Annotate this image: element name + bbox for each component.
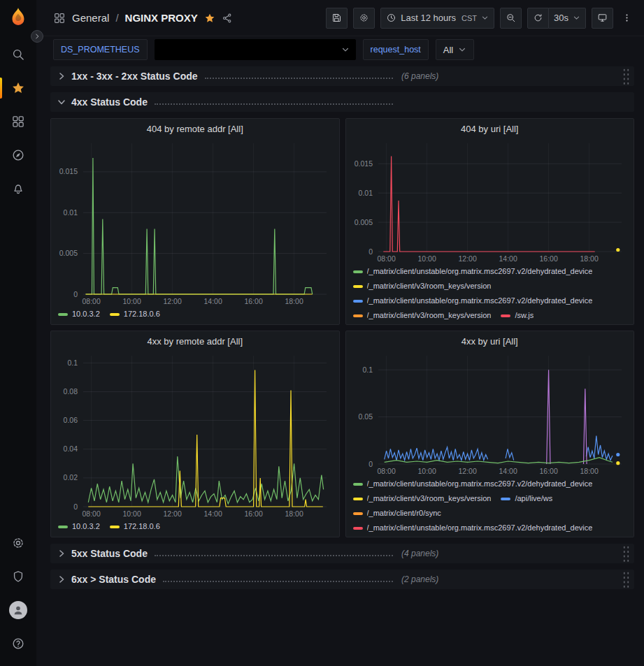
sidebar-item-starred[interactable] xyxy=(0,71,36,105)
legend-item[interactable]: /sw.js xyxy=(501,308,534,323)
row-title: 1xx - 3xx - 2xx Status Code xyxy=(71,71,198,82)
legend-swatch xyxy=(353,498,363,500)
save-icon xyxy=(331,13,342,23)
panel-grid: 404 by remote addr [All] 00.0050.010.015… xyxy=(50,118,634,537)
sidebar-item-search[interactable] xyxy=(0,38,36,71)
tv-mode-button[interactable] xyxy=(592,8,613,29)
dashboard-row-4xx[interactable]: 4xx Status Code xyxy=(50,92,634,112)
legend-swatch xyxy=(58,526,68,528)
panel-title[interactable]: 4xx by uri [All] xyxy=(346,331,634,351)
panel-4xx-by-uri: 4xx by uri [All] 00.050.108:0010:0012:00… xyxy=(345,331,635,537)
y-tick-label: 0.005 xyxy=(59,249,78,257)
sidebar-item-alerting[interactable] xyxy=(0,172,36,205)
y-tick-label: 0.01 xyxy=(64,208,78,217)
legend-item[interactable]: /_matrix/client/v3/room_keys/version xyxy=(353,308,492,323)
sidebar-item-dashboards[interactable] xyxy=(0,105,36,138)
time-range-picker[interactable]: Last 12 hours CST xyxy=(380,8,494,29)
refresh-button[interactable] xyxy=(527,8,549,29)
row-lead: 1xx - 3xx - 2xx Status Code xyxy=(71,71,400,82)
panel-404-by-remote-addr: 404 by remote addr [All] 00.0050.010.015… xyxy=(50,118,340,325)
chart-svg: 00.0050.010.01508:0010:0012:0014:0016:00… xyxy=(51,138,339,307)
variable-datasource-select[interactable] xyxy=(155,39,356,60)
sidebar-expand-button[interactable] xyxy=(31,30,43,43)
y-tick-label: 0 xyxy=(368,460,373,468)
x-tick-label: 18:00 xyxy=(580,467,598,475)
grafana-logo[interactable] xyxy=(4,4,32,32)
clock-icon xyxy=(386,13,396,23)
legend-item[interactable]: /_matrix/client/unstable/org.matrix.msc2… xyxy=(353,521,593,535)
sidebar-item-help[interactable] xyxy=(0,627,36,660)
chevron-down-icon xyxy=(341,45,350,54)
row-dotted-line xyxy=(155,103,393,105)
main-area: General / NGINX PROXY xyxy=(36,0,644,666)
legend-label: /_matrix/client/r0/sync xyxy=(367,506,441,521)
panel-legend: /_matrix/client/unstable/org.matrix.msc2… xyxy=(346,264,634,324)
dashboard-title: NGINX PROXY xyxy=(125,12,198,24)
legend-item[interactable]: /_matrix/client/unstable/org.matrix.msc2… xyxy=(353,294,593,308)
favorite-star-button[interactable] xyxy=(204,13,215,24)
row-drag-handle[interactable] xyxy=(622,571,630,588)
panel-title[interactable]: 404 by uri [All] xyxy=(346,119,634,138)
dashboard-row-1xx-3xx-2xx[interactable]: 1xx - 3xx - 2xx Status Code (6 panels) xyxy=(50,66,634,86)
legend-label: /_matrix/client/unstable/org.matrix.msc2… xyxy=(367,294,593,308)
refresh-interval-picker[interactable]: 30s xyxy=(549,8,586,29)
x-tick-label: 14:00 xyxy=(203,297,222,305)
star-filled-icon xyxy=(204,13,215,24)
sidebar-item-server-admin[interactable] xyxy=(0,560,36,593)
chevron-right-icon xyxy=(56,71,67,82)
dashboard-row-6xx[interactable]: 6xx > Status Code (2 panels) xyxy=(50,570,634,589)
panel-title[interactable]: 4xx by remote addr [All] xyxy=(51,331,339,351)
y-tick-label: 0.015 xyxy=(354,159,372,168)
row-drag-handle[interactable] xyxy=(622,545,630,563)
legend-item[interactable]: /_matrix/client/r0/sync xyxy=(353,506,441,521)
row-title: 6xx > Status Code xyxy=(71,574,156,585)
chart-svg: 00.020.040.060.080.108:0010:0012:0014:00… xyxy=(51,351,339,519)
legend-item[interactable]: /_matrix/client/unstable/org.matrix.msc2… xyxy=(353,264,593,279)
x-tick-label: 08:00 xyxy=(82,297,100,305)
panel-chart-area[interactable]: 00.020.040.060.080.108:0010:0012:0014:00… xyxy=(51,351,339,519)
variable-datasource-label[interactable]: DS_PROMETHEUS xyxy=(53,39,148,60)
save-dashboard-button[interactable] xyxy=(326,8,348,29)
row-drag-handle[interactable] xyxy=(622,68,630,85)
sidebar-item-profile[interactable] xyxy=(0,593,36,627)
star-icon xyxy=(11,81,25,95)
panel-chart-area[interactable]: 00.0050.010.01508:0010:0012:0014:0016:00… xyxy=(51,138,339,307)
panel-legend: 10.0.3.2172.18.0.6 xyxy=(51,307,339,324)
legend-item[interactable]: /_matrix/client/v3/room_keys/version xyxy=(353,491,492,506)
panel-chart-area[interactable]: 00.0050.010.01508:0010:0012:0014:0016:00… xyxy=(346,138,634,264)
row-lead: 4xx Status Code xyxy=(71,96,400,108)
legend-item[interactable]: 10.0.3.2 xyxy=(58,307,100,321)
sidebar-item-configuration[interactable] xyxy=(0,526,36,560)
variable-request-host-select[interactable]: All xyxy=(436,39,474,60)
row-panel-count: (6 panels) xyxy=(401,71,438,81)
dashboards-grid-icon xyxy=(11,115,25,129)
zoom-out-time-button[interactable] xyxy=(500,8,522,29)
panel-chart-area[interactable]: 00.050.108:0010:0012:0014:0016:0018:00 xyxy=(346,351,634,477)
x-tick-label: 12:00 xyxy=(458,467,476,475)
breadcrumb-folder[interactable]: General xyxy=(72,12,109,24)
legend-swatch xyxy=(353,512,363,515)
legend-item[interactable]: /api/live/ws xyxy=(501,491,552,506)
sidebar-item-explore[interactable] xyxy=(0,138,36,172)
dashboard-settings-button[interactable] xyxy=(353,8,375,29)
more-options-button[interactable] xyxy=(619,8,634,29)
y-tick-label: 0.1 xyxy=(67,359,78,367)
legend-item[interactable]: 172.18.0.6 xyxy=(110,519,160,534)
legend-item[interactable]: /_matrix/client/v3/room_keys/version xyxy=(353,279,492,294)
dashboard-row-5xx[interactable]: 5xx Status Code (4 panels) xyxy=(50,544,634,563)
variables-bar: DS_PROMETHEUS request_host All xyxy=(36,36,644,63)
x-tick-label: 16:00 xyxy=(244,297,262,305)
legend-label: /_matrix/client/v3/room_keys/version xyxy=(367,491,492,506)
time-range-label: Last 12 hours xyxy=(401,13,456,23)
row-title: 4xx Status Code xyxy=(71,96,148,108)
legend-item[interactable]: /_matrix/client/unstable/org.matrix.msc2… xyxy=(353,477,593,491)
legend-item[interactable]: 172.18.0.6 xyxy=(110,307,160,321)
share-dashboard-button[interactable] xyxy=(222,13,233,24)
panel-title[interactable]: 404 by remote addr [All] xyxy=(51,119,339,138)
chevron-down-icon xyxy=(481,14,489,22)
legend-item[interactable]: 10.0.3.2 xyxy=(58,519,100,534)
person-icon xyxy=(11,603,25,617)
x-tick-label: 18:00 xyxy=(580,254,598,263)
chevron-right-icon xyxy=(56,548,67,559)
variable-request-host-label[interactable]: request_host xyxy=(363,39,429,60)
